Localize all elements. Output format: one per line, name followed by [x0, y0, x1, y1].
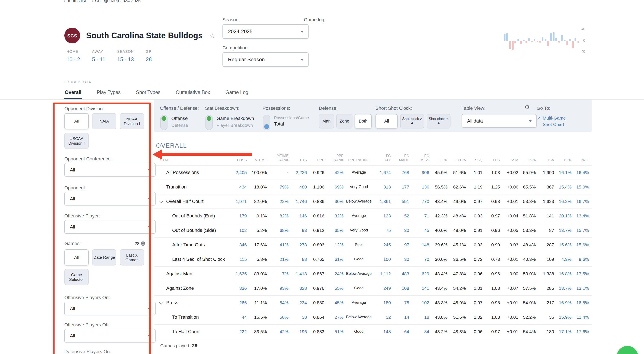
cell-fgAtt[interactable]: 75: [374, 223, 394, 237]
game-bar-loss[interactable]: [547, 41, 549, 46]
cell-toPct[interactable]: 17.1%: [557, 325, 574, 339]
defense-button-both[interactable]: Both: [354, 114, 372, 129]
player-breakdown-option[interactable]: Player Breakdown: [216, 123, 254, 128]
offensive-players-off-select[interactable]: All: [64, 329, 156, 343]
cell-fgAtt[interactable]: 148: [374, 325, 394, 339]
offensive-players-on-select[interactable]: All: [64, 302, 156, 315]
cell-ftPct[interactable]: 15.0%: [574, 180, 592, 194]
cell-ftPct[interactable]: 9.6%: [574, 252, 592, 266]
cell-toPct[interactable]: 20.1%: [557, 209, 574, 223]
game-bar-win[interactable]: [569, 39, 571, 41]
possessions-toggle[interactable]: [263, 115, 270, 130]
game-bar-loss[interactable]: [577, 41, 579, 43]
cell-fgAtt[interactable]: 1,361: [374, 194, 394, 208]
game-bar-win[interactable]: [553, 32, 554, 41]
cell-ftPct[interactable]: 13.1%: [574, 281, 592, 295]
cell-timeRank[interactable]: 68%: [269, 223, 291, 237]
games-button-last-x[interactable]: Last X Games: [120, 249, 144, 266]
cell-pts[interactable]: 234: [291, 296, 310, 310]
breadcrumb-label[interactable]: Teams list: [67, 0, 86, 3]
row-label[interactable]: After Time Outs: [154, 238, 229, 252]
row-label[interactable]: To Transition: [154, 310, 229, 324]
cell-toPct[interactable]: 13.7%: [557, 223, 574, 237]
division-button-naia[interactable]: NAIA: [92, 113, 116, 129]
game-bar-win[interactable]: [504, 34, 506, 41]
cell-fgMiss[interactable]: 71: [412, 209, 432, 223]
game-bar-win[interactable]: [528, 38, 530, 41]
cell-fgMade[interactable]: 591: [394, 194, 412, 208]
cell-ftPct[interactable]: 15.7%: [574, 223, 592, 237]
cell-pts[interactable]: 278: [291, 238, 310, 252]
cell-fgMiss[interactable]: 45: [412, 223, 432, 237]
tab-game-log[interactable]: Game Log: [224, 86, 249, 99]
cell-fgAtt[interactable]: 245: [374, 238, 394, 252]
cell-poss[interactable]: 336: [229, 281, 249, 295]
cell-toPct[interactable]: 15.4%: [557, 180, 574, 194]
cell-ftPct[interactable]: 16.4%: [574, 166, 592, 179]
cell-poss[interactable]: 1,635: [229, 267, 249, 281]
cell-pts[interactable]: 196: [291, 325, 310, 339]
cell-poss[interactable]: 102: [229, 223, 249, 237]
game-bar-win[interactable]: [564, 40, 565, 41]
row-label[interactable]: To Half Court: [154, 325, 229, 339]
cell-pppRank[interactable]: 51%: [327, 325, 346, 339]
cell-timeRank[interactable]: 58%: [269, 310, 291, 324]
shot-clock-button-gt4[interactable]: Shot clock > 4: [400, 114, 424, 129]
cell-fgAtt[interactable]: 249: [374, 281, 394, 295]
cell-fgAtt[interactable]: 1,112: [374, 267, 394, 281]
cell-pppRank[interactable]: 45%: [327, 296, 346, 310]
competition-select[interactable]: Regular Season: [222, 52, 308, 67]
cell-pppRank[interactable]: 55%: [327, 281, 346, 295]
cell-fgMiss[interactable]: 136: [412, 180, 432, 194]
cell-fgMade[interactable]: 768: [394, 166, 412, 179]
cell-fgMiss[interactable]: 18: [412, 310, 432, 324]
division-button-ncaa-d1[interactable]: NCAA Division I: [120, 113, 144, 129]
game-bar-win[interactable]: [523, 40, 524, 41]
shot-clock-button-lte4[interactable]: Shot clock ≤ 4: [427, 114, 450, 129]
cell-pppRank[interactable]: 27%: [327, 310, 346, 324]
cell-timeRank[interactable]: 22%: [269, 194, 291, 208]
game-bar-win[interactable]: [542, 37, 544, 41]
cell-fgAtt[interactable]: 180: [374, 296, 394, 310]
game-bar-win[interactable]: [534, 39, 535, 41]
row-label[interactable]: All Possessions: [154, 166, 229, 179]
cell-pppRank[interactable]: 42%: [327, 166, 346, 179]
gear-icon[interactable]: ⚙: [525, 104, 530, 110]
game-bar-win[interactable]: [561, 35, 562, 41]
games-button-all[interactable]: All: [64, 249, 89, 266]
cell-pppRank[interactable]: 30%: [327, 194, 346, 208]
tab-play-types[interactable]: Play Types: [96, 86, 122, 99]
cell-poss[interactable]: 44: [229, 310, 249, 324]
game-bar-loss[interactable]: [509, 41, 511, 49]
cell-fgMade[interactable]: 52: [394, 209, 412, 223]
game-bar-loss[interactable]: [520, 41, 522, 44]
games-count-badge[interactable]: 28: [135, 241, 145, 246]
cell-ftPct[interactable]: 17.6%: [574, 325, 592, 339]
tab-shot-types[interactable]: Shot Types: [135, 86, 161, 99]
cell-pts[interactable]: 328: [291, 281, 310, 295]
cell-ftPct[interactable]: 11.4%: [574, 310, 592, 324]
cell-fgMade[interactable]: 30: [394, 223, 412, 237]
game-log-chart[interactable]: 400-40: [304, 21, 585, 55]
game-breakdown-option[interactable]: Game Breakdown: [216, 116, 254, 121]
row-label[interactable]: Last 4 Sec. of Shot Clock: [154, 252, 229, 266]
cell-timeRank[interactable]: 7%: [269, 267, 291, 281]
cell-fgAtt[interactable]: 313: [374, 180, 394, 194]
division-button-all[interactable]: All: [64, 113, 89, 129]
defense-button-man[interactable]: Man: [319, 114, 334, 129]
cell-fgMade[interactable]: 108: [394, 281, 412, 295]
cell-poss[interactable]: 434: [229, 180, 249, 194]
cell-pts[interactable]: 88: [291, 252, 310, 266]
cell-poss[interactable]: 222: [229, 325, 249, 339]
cell-pts[interactable]: 146: [291, 209, 310, 223]
cell-toPct[interactable]: 4.3%: [557, 252, 574, 266]
game-bar-loss[interactable]: [512, 41, 514, 50]
cell-fgAtt[interactable]: 1,674: [374, 166, 394, 179]
cell-toPct[interactable]: 16.8%: [557, 267, 574, 281]
cell-toPct[interactable]: 15.9%: [557, 310, 574, 324]
possessions-per-game-option[interactable]: Possessions/Game: [274, 115, 309, 120]
stat-breakdown-toggle[interactable]: [206, 115, 213, 130]
game-bar-loss[interactable]: [536, 41, 538, 42]
season-select[interactable]: 2024-2025: [222, 24, 308, 39]
game-bar-loss[interactable]: [526, 41, 527, 43]
